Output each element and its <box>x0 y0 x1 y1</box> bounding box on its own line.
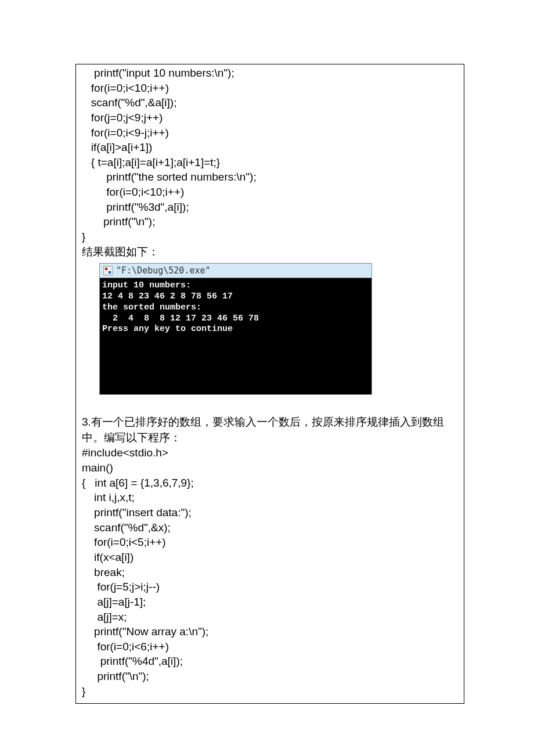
page: printf("input 10 numbers:\n"); for(i=0;i… <box>0 0 534 739</box>
problem-3-text: 3.有一个已排序好的数组，要求输入一个数后，按原来排序规律插入到数组中。编写以下… <box>82 415 458 445</box>
content-box: printf("input 10 numbers:\n"); for(i=0;i… <box>75 64 464 704</box>
code-block-2: #include<stdio.h> main() { int a[6] = {1… <box>82 445 458 699</box>
console-app-icon <box>103 266 113 275</box>
console-body: input 10 numbers: 12 4 8 23 46 2 8 78 56… <box>100 278 371 394</box>
console-line: input 10 numbers: <box>102 280 191 290</box>
code-block-1: printf("input 10 numbers:\n"); for(i=0;i… <box>82 66 458 244</box>
result-caption: 结果截图如下： <box>82 244 458 260</box>
console-line: the sorted numbers: <box>102 303 201 312</box>
console-titlebar: "F:\Debug\520.exe" <box>100 264 371 278</box>
console-line: 2 4 8 8 12 17 23 46 56 78 <box>102 314 259 323</box>
console-title: "F:\Debug\520.exe" <box>116 265 211 276</box>
console-window: "F:\Debug\520.exe" input 10 numbers: 12 … <box>99 263 372 395</box>
console-line: 12 4 8 23 46 2 8 78 56 17 <box>102 291 233 301</box>
spacer <box>82 401 458 415</box>
console-line: Press any key to continue <box>102 324 233 334</box>
